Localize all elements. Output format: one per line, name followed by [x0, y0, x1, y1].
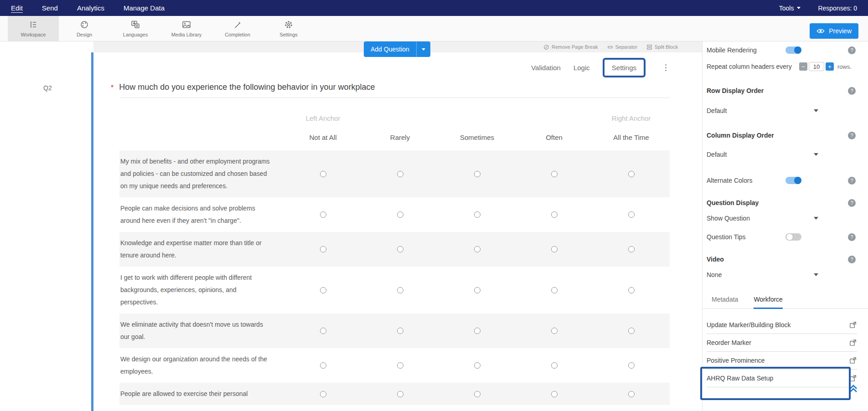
separator-icon [607, 44, 613, 50]
help-icon[interactable]: ? [848, 233, 856, 241]
question-tips-toggle[interactable] [785, 233, 801, 241]
external-link-icon[interactable] [849, 374, 857, 382]
separator-action[interactable]: Separator [607, 44, 637, 50]
radio-button[interactable] [320, 362, 326, 369]
toolbar-label: Media Library [171, 32, 202, 37]
collapse-panel-chevrons[interactable] [848, 383, 859, 396]
radio-button[interactable] [551, 287, 558, 293]
mobile-rendering-toggle[interactable] [785, 46, 801, 54]
repeat-headers-input[interactable] [809, 62, 824, 71]
tools-menu[interactable]: Tools [779, 5, 801, 12]
external-link-icon[interactable] [849, 321, 857, 329]
radio-button[interactable] [628, 246, 635, 252]
preview-button[interactable]: Preview [810, 23, 858, 39]
row-statement[interactable]: People are allowed to exercise their per… [119, 383, 284, 405]
radio-button[interactable] [474, 171, 480, 177]
radio-button[interactable] [397, 246, 403, 252]
help-icon[interactable]: ? [848, 256, 856, 263]
radio-button[interactable] [628, 391, 635, 397]
radio-button[interactable] [551, 328, 558, 334]
row-statement[interactable]: My mix of benefits - and other employmen… [119, 150, 284, 197]
row-statement[interactable]: Knowledge and expertise matter more than… [119, 232, 284, 267]
toolbar-media-library[interactable]: Media Library [161, 16, 212, 41]
remove-page-break-action[interactable]: Remove Page Break [543, 44, 598, 50]
radio-button[interactable] [397, 211, 403, 218]
row-display-order-select[interactable]: Default [707, 107, 818, 114]
column-display-order-select[interactable]: Default [707, 151, 818, 158]
radio-button[interactable] [551, 391, 558, 397]
tab-workforce[interactable]: Workforce [754, 296, 783, 309]
toolbar-design[interactable]: Design [59, 16, 110, 41]
radio-button[interactable] [397, 171, 403, 177]
radio-button[interactable] [320, 287, 326, 293]
help-icon[interactable]: ? [848, 199, 856, 207]
radio-button[interactable] [474, 211, 480, 218]
help-icon[interactable]: ? [848, 132, 856, 139]
radio-button[interactable] [628, 211, 635, 218]
row-statement[interactable]: People can make decisions and solve prob… [119, 197, 284, 232]
link-ahrq-raw-data-setup[interactable]: AHRQ Raw Data Setup [707, 370, 857, 387]
radio-button[interactable] [397, 287, 403, 293]
help-icon[interactable]: ? [848, 87, 856, 95]
radio-button[interactable] [320, 328, 326, 334]
radio-button[interactable] [551, 171, 558, 177]
nav-edit[interactable]: Edit [11, 4, 23, 12]
radio-button[interactable] [551, 211, 558, 218]
radio-button[interactable] [397, 391, 403, 397]
row-statement[interactable]: We design our organization around the ne… [119, 348, 284, 383]
help-icon[interactable]: ? [848, 46, 856, 54]
radio-button[interactable] [474, 362, 480, 369]
increment-button[interactable]: + [826, 62, 834, 71]
radio-button[interactable] [628, 287, 635, 293]
tab-validation[interactable]: Validation [531, 64, 561, 72]
toolbar-completion[interactable]: Completion [212, 16, 263, 41]
toolbar-languages[interactable]: Languages [110, 16, 161, 41]
more-options-icon[interactable] [664, 63, 668, 72]
alternate-colors-toggle[interactable] [785, 177, 801, 184]
link-positive-prominence[interactable]: Positive Prominence [707, 352, 857, 370]
toolbar-workspace[interactable]: Workspace [8, 16, 59, 41]
link-reorder-marker[interactable]: Reorder Marker [707, 334, 857, 352]
decrement-button[interactable]: − [799, 62, 807, 71]
radio-button[interactable] [474, 287, 480, 293]
question-title[interactable]: * How much do you experience the followi… [111, 82, 375, 92]
radio-button[interactable] [628, 171, 635, 177]
chevron-down-icon[interactable] [417, 48, 430, 51]
tab-metadata[interactable]: Metadata [712, 296, 738, 308]
right-anchor-label: Right Anchor [593, 114, 670, 122]
radio-button[interactable] [628, 362, 635, 369]
radio-button[interactable] [397, 362, 403, 369]
nav-send[interactable]: Send [42, 4, 58, 12]
row-statement[interactable]: I get to work with different people with… [119, 267, 284, 313]
tab-logic[interactable]: Logic [574, 64, 590, 72]
radio-button[interactable] [551, 362, 558, 369]
tab-settings[interactable]: Settings [603, 58, 646, 77]
column-display-order-row: Default [707, 149, 868, 160]
radio-button[interactable] [320, 171, 326, 177]
video-select[interactable]: None [707, 271, 818, 278]
radio-button[interactable] [551, 246, 558, 252]
toolbar-settings[interactable]: Settings [263, 16, 314, 41]
question-display-select[interactable]: Show Question [707, 215, 818, 222]
radio-button[interactable] [320, 391, 326, 397]
radio-button[interactable] [474, 391, 480, 397]
question-text[interactable]: How much do you experience the following… [119, 82, 375, 92]
external-link-icon[interactable] [849, 356, 857, 365]
nav-analytics[interactable]: Analytics [77, 4, 104, 12]
question-display-header: Question Display ? [707, 198, 868, 207]
row-statement[interactable]: We eliminate activity that doesn't move … [119, 313, 284, 348]
radio-button[interactable] [320, 246, 326, 252]
radio-button[interactable] [474, 246, 480, 252]
radio-button[interactable] [397, 328, 403, 334]
matrix-row: I get to work with different people with… [119, 267, 670, 313]
nav-manage-data[interactable]: Manage Data [124, 4, 165, 12]
radio-button[interactable] [628, 328, 635, 334]
external-link-icon[interactable] [849, 339, 857, 347]
radio-button[interactable] [320, 211, 326, 218]
split-block-action[interactable]: Split Block [646, 44, 678, 50]
add-question-label: Add Question [364, 46, 416, 53]
help-icon[interactable]: ? [848, 177, 856, 185]
link-update-marker[interactable]: Update Marker/Building Block [707, 316, 857, 334]
add-question-button[interactable]: Add Question [364, 41, 430, 57]
radio-button[interactable] [474, 328, 480, 334]
